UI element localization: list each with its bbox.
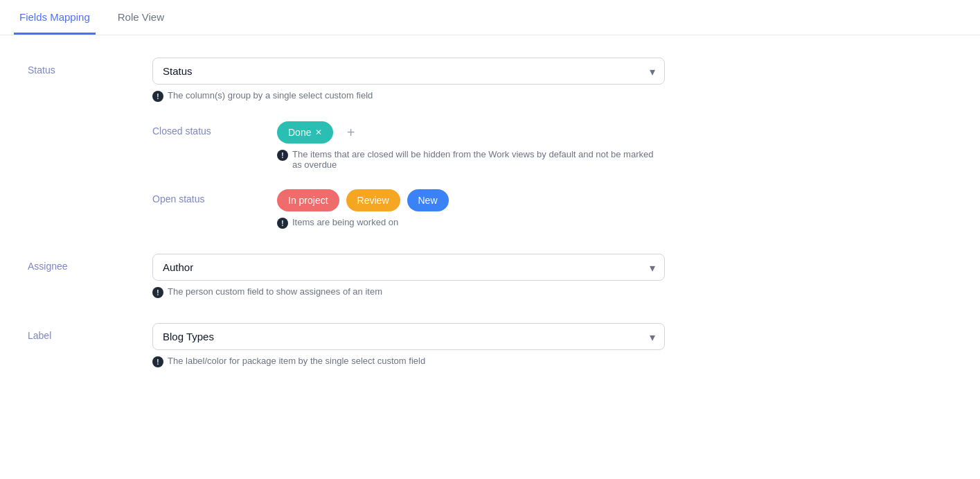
- assignee-field-row: Assignee Author ▾ ! The person custom fi…: [28, 254, 665, 298]
- tabs-bar: Fields Mapping Role View: [0, 0, 980, 35]
- open-tag-in-project-label: In project: [288, 195, 328, 206]
- open-status-tag-review[interactable]: Review: [346, 189, 400, 211]
- open-tag-new-label: New: [418, 195, 438, 206]
- tab-role-view[interactable]: Role View: [112, 0, 170, 35]
- status-label: Status: [28, 58, 152, 76]
- closed-status-info-icon: !: [277, 150, 288, 161]
- label-info-icon: !: [152, 356, 163, 367]
- open-status-label: Open status: [152, 189, 277, 204]
- closed-status-tag-done[interactable]: Done ✕: [277, 121, 333, 143]
- open-tag-review-label: Review: [357, 195, 389, 206]
- status-helper-text: ! The column(s) group by a single select…: [152, 90, 665, 102]
- closed-status-tags: Done ✕ +: [277, 121, 665, 143]
- closed-tag-done-label: Done: [288, 127, 311, 138]
- main-content: Status Status ▾ ! The column(s) group by…: [0, 35, 693, 415]
- label-dropdown[interactable]: Blog Types: [152, 323, 665, 350]
- label-select-wrapper: Blog Types ▾: [152, 323, 665, 350]
- open-status-helper-message: Items are being worked on: [292, 217, 398, 227]
- label-field-row: Label Blog Types ▾ ! The label/color for…: [28, 323, 665, 367]
- open-status-tag-new[interactable]: New: [407, 189, 449, 211]
- closed-status-helper-message: The items that are closed will be hidden…: [292, 149, 665, 170]
- assignee-select-wrapper: Author ▾: [152, 254, 665, 281]
- closed-status-helper-text: ! The items that are closed will be hidd…: [277, 149, 665, 170]
- closed-status-row: Closed status Done ✕ + ! The items that …: [152, 121, 665, 170]
- tab-fields-mapping[interactable]: Fields Mapping: [14, 0, 96, 35]
- assignee-label: Assignee: [28, 254, 152, 272]
- open-status-content: In project Review New ! Items are being …: [277, 189, 665, 229]
- closed-status-add-button[interactable]: +: [340, 122, 361, 143]
- assignee-helper-message: The person custom field to show assignee…: [168, 286, 382, 297]
- assignee-dropdown[interactable]: Author: [152, 254, 665, 281]
- label-helper-message: The label/color for package item by the …: [168, 356, 425, 366]
- open-status-tag-in-project[interactable]: In project: [277, 189, 339, 211]
- status-field-row: Status Status ▾ ! The column(s) group by…: [28, 58, 665, 229]
- open-status-info-icon: !: [277, 218, 288, 229]
- status-helper-message: The column(s) group by a single select c…: [168, 90, 373, 101]
- open-status-tags: In project Review New: [277, 189, 665, 211]
- status-select-wrapper: Status ▾: [152, 58, 665, 85]
- label-helper-text: ! The label/color for package item by th…: [152, 356, 665, 367]
- closed-status-label: Closed status: [152, 121, 277, 137]
- open-status-helper-text: ! Items are being worked on: [277, 217, 665, 229]
- label-field-content: Blog Types ▾ ! The label/color for packa…: [152, 323, 665, 367]
- status-info-icon: !: [152, 91, 163, 102]
- closed-status-content: Done ✕ + ! The items that are closed wil…: [277, 121, 665, 170]
- status-dropdown[interactable]: Status: [152, 58, 665, 85]
- closed-tag-done-close-icon[interactable]: ✕: [315, 128, 322, 137]
- open-status-row: Open status In project Review New: [152, 189, 665, 229]
- assignee-field-content: Author ▾ ! The person custom field to sh…: [152, 254, 665, 298]
- assignee-helper-text: ! The person custom field to show assign…: [152, 286, 665, 298]
- label-label: Label: [28, 323, 152, 341]
- status-field-content: Status ▾ ! The column(s) group by a sing…: [152, 58, 665, 229]
- assignee-info-icon: !: [152, 287, 163, 298]
